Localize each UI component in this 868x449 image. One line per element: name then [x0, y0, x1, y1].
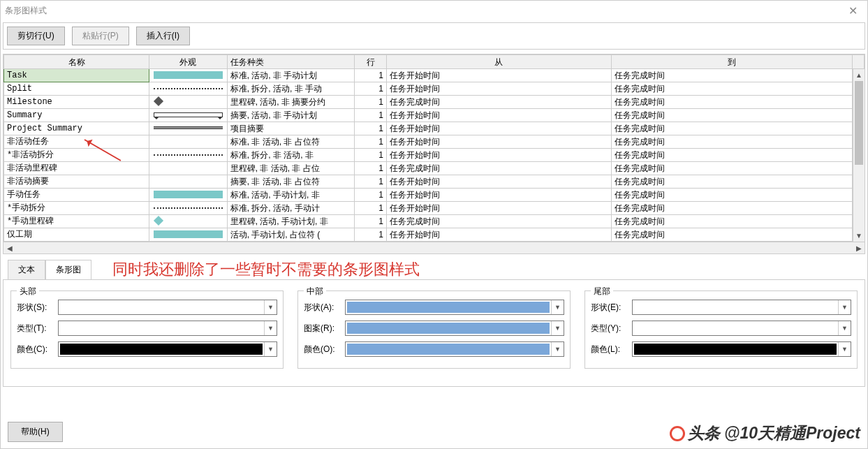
- scroll-down-icon[interactable]: ▼: [853, 230, 865, 242]
- cell-name[interactable]: 仅工期: [4, 228, 149, 242]
- cell-from[interactable]: 任务开始时间: [386, 189, 611, 202]
- insert-row-button[interactable]: 插入行(I): [136, 27, 190, 45]
- col-name[interactable]: 名称: [4, 55, 149, 69]
- cell-to[interactable]: 任务完成时间: [611, 228, 852, 242]
- cell-row[interactable]: 1: [355, 69, 387, 82]
- cell-appearance[interactable]: [149, 175, 228, 189]
- cell-from[interactable]: 任务开始时间: [386, 69, 611, 82]
- cell-appearance[interactable]: [149, 135, 228, 149]
- cell-name[interactable]: 手动任务: [4, 189, 149, 202]
- cell-row[interactable]: 1: [355, 82, 387, 96]
- chevron-down-icon[interactable]: ▼: [838, 321, 851, 335]
- cell-to[interactable]: 任务完成时间: [611, 189, 852, 202]
- table-row[interactable]: Milestone里程碑, 活动, 非 摘要分约1任务完成时间任务完成时间: [4, 96, 865, 109]
- chevron-down-icon[interactable]: ▼: [551, 321, 564, 335]
- cell-row[interactable]: 1: [355, 149, 387, 162]
- col-to[interactable]: 到: [611, 55, 852, 69]
- cell-name[interactable]: 非活动任务: [4, 135, 149, 149]
- col-appearance[interactable]: 外观: [149, 55, 228, 69]
- cell-from[interactable]: 任务开始时间: [386, 135, 611, 149]
- cell-name[interactable]: Milestone: [4, 96, 149, 109]
- cell-name[interactable]: 非活动里程碑: [4, 162, 149, 175]
- cell-row[interactable]: 1: [355, 109, 387, 122]
- cell-task-type[interactable]: 里程碑, 非 活动, 非 占位: [227, 162, 355, 175]
- cell-appearance[interactable]: [149, 82, 228, 96]
- cell-name[interactable]: *手动里程碑: [4, 215, 149, 228]
- cell-task-type[interactable]: 里程碑, 活动, 非 摘要分约: [227, 96, 355, 109]
- cell-task-type[interactable]: 标准, 拆分, 非 活动, 非: [227, 149, 355, 162]
- scroll-up-icon[interactable]: ▲: [853, 69, 865, 81]
- chevron-down-icon[interactable]: ▼: [838, 300, 851, 314]
- cell-task-type[interactable]: 标准, 活动, 手动计划, 非: [227, 189, 355, 202]
- cell-to[interactable]: 任务完成时间: [611, 109, 852, 122]
- table-row[interactable]: Task标准, 活动, 非 手动计划1任务开始时间任务完成时间: [4, 69, 865, 82]
- tab-bar[interactable]: 条形图: [45, 260, 91, 279]
- chevron-down-icon[interactable]: ▼: [264, 321, 277, 335]
- combo-tail-shape[interactable]: ▼: [632, 300, 851, 315]
- cell-name[interactable]: Project Summary: [4, 122, 149, 135]
- cut-row-button[interactable]: 剪切行(U): [7, 27, 65, 45]
- cell-row[interactable]: 1: [355, 162, 387, 175]
- cell-to[interactable]: 任务完成时间: [611, 162, 852, 175]
- cell-from[interactable]: 任务完成时间: [386, 96, 611, 109]
- cell-name[interactable]: *非活动拆分: [4, 149, 149, 162]
- chevron-down-icon[interactable]: ▼: [264, 342, 277, 356]
- table-row[interactable]: Summary摘要, 活动, 非 手动计划1任务开始时间任务完成时间: [4, 109, 865, 122]
- table-row[interactable]: Split标准, 拆分, 活动, 非 手动1任务开始时间任务完成时间: [4, 82, 865, 96]
- col-task-type[interactable]: 任务种类: [227, 55, 355, 69]
- table-row[interactable]: 非活动里程碑里程碑, 非 活动, 非 占位1任务完成时间任务完成时间: [4, 162, 865, 175]
- cell-to[interactable]: 任务完成时间: [611, 202, 852, 215]
- cell-row[interactable]: 1: [355, 96, 387, 109]
- cell-name[interactable]: Task: [4, 69, 149, 82]
- combo-head-type[interactable]: ▼: [58, 321, 277, 336]
- chevron-down-icon[interactable]: ▼: [838, 342, 851, 356]
- cell-row[interactable]: 1: [355, 189, 387, 202]
- cell-row[interactable]: 1: [355, 215, 387, 228]
- combo-head-shape[interactable]: ▼: [58, 300, 277, 315]
- cell-task-type[interactable]: 摘要, 非 活动, 非 占位符: [227, 175, 355, 189]
- cell-appearance[interactable]: [149, 202, 228, 215]
- cell-name[interactable]: *手动拆分: [4, 202, 149, 215]
- cell-to[interactable]: 任务完成时间: [611, 69, 852, 82]
- cell-appearance[interactable]: [149, 96, 228, 109]
- cell-appearance[interactable]: [149, 69, 228, 82]
- col-row[interactable]: 行: [355, 55, 387, 69]
- cell-to[interactable]: 任务完成时间: [611, 82, 852, 96]
- cell-row[interactable]: 1: [355, 175, 387, 189]
- cell-name[interactable]: 非活动摘要: [4, 175, 149, 189]
- horizontal-scrollbar[interactable]: ◀ ▶: [3, 242, 865, 253]
- cell-appearance[interactable]: [149, 189, 228, 202]
- cell-task-type[interactable]: 标准, 拆分, 活动, 非 手动: [227, 82, 355, 96]
- help-button[interactable]: 帮助(H): [8, 422, 63, 442]
- cell-name[interactable]: Summary: [4, 109, 149, 122]
- combo-head-color[interactable]: ▼: [58, 341, 277, 357]
- table-row[interactable]: Project Summary项目摘要1任务开始时间任务完成时间: [4, 122, 865, 135]
- table-row[interactable]: 非活动任务标准, 非 活动, 非 占位符1任务开始时间任务完成时间: [4, 135, 865, 149]
- cell-to[interactable]: 任务完成时间: [611, 122, 852, 135]
- cell-to[interactable]: 任务完成时间: [611, 215, 852, 228]
- combo-mid-shape[interactable]: ▼: [345, 300, 564, 315]
- cell-from[interactable]: 任务完成时间: [386, 215, 611, 228]
- cell-to[interactable]: 任务完成时间: [611, 96, 852, 109]
- cell-task-type[interactable]: 标准, 活动, 非 手动计划: [227, 69, 355, 82]
- bar-styles-table[interactable]: 名称 外观 任务种类 行 从 到 Task标准, 活动, 非 手动计划1任务开始…: [3, 54, 865, 254]
- cell-to[interactable]: 任务完成时间: [611, 149, 852, 162]
- cell-from[interactable]: 任务完成时间: [386, 162, 611, 175]
- cell-from[interactable]: 任务开始时间: [386, 149, 611, 162]
- cell-task-type[interactable]: 活动, 手动计划, 占位符 (: [227, 228, 355, 242]
- cell-from[interactable]: 任务开始时间: [386, 228, 611, 242]
- cell-from[interactable]: 任务开始时间: [386, 82, 611, 96]
- table-row[interactable]: 仅工期活动, 手动计划, 占位符 (1任务开始时间任务完成时间: [4, 228, 865, 242]
- table-row[interactable]: *非活动拆分标准, 拆分, 非 活动, 非1任务开始时间任务完成时间: [4, 149, 865, 162]
- cell-to[interactable]: 任务完成时间: [611, 175, 852, 189]
- cell-appearance[interactable]: [149, 109, 228, 122]
- cell-task-type[interactable]: 标准, 拆分, 活动, 手动计: [227, 202, 355, 215]
- cell-row[interactable]: 1: [355, 135, 387, 149]
- cell-row[interactable]: 1: [355, 228, 387, 242]
- table-row[interactable]: 手动任务标准, 活动, 手动计划, 非1任务开始时间任务完成时间: [4, 189, 865, 202]
- cell-row[interactable]: 1: [355, 122, 387, 135]
- table-row[interactable]: *手动里程碑里程碑, 活动, 手动计划, 非1任务完成时间任务完成时间: [4, 215, 865, 228]
- scroll-right-icon[interactable]: ▶: [853, 244, 865, 252]
- cell-task-type[interactable]: 项目摘要: [227, 122, 355, 135]
- cell-from[interactable]: 任务开始时间: [386, 122, 611, 135]
